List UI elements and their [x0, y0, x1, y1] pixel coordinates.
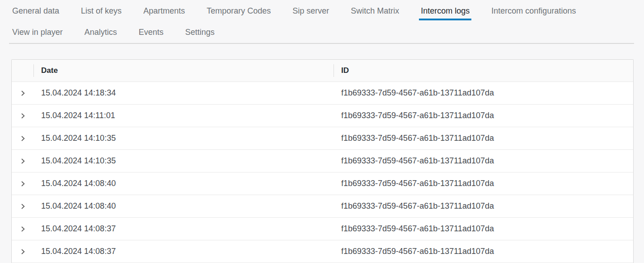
tab-settings[interactable]: Settings	[184, 22, 216, 43]
tab-sip-server[interactable]: Sip server	[291, 0, 330, 22]
expand-row-button[interactable]	[12, 217, 33, 240]
chevron-right-icon	[19, 158, 26, 165]
tab-intercom-configurations[interactable]: Intercom configurations	[490, 0, 577, 22]
tab-temporary-codes[interactable]: Temporary Codes	[206, 0, 272, 22]
log-date-cell: 15.04.2024 14:08:37	[33, 240, 334, 263]
tab-bar: General dataList of keysApartmentsTempor…	[0, 0, 644, 44]
log-date-cell: 15.04.2024 14:18:34	[33, 81, 334, 104]
log-id-cell: f1b69333-7d59-4567-a61b-13711ad107da	[334, 127, 633, 149]
log-id-cell: f1b69333-7d59-4567-a61b-13711ad107da	[334, 149, 633, 172]
tab-label: Apartments	[143, 6, 185, 16]
expand-row-button[interactable]	[12, 81, 33, 104]
tab-label: Intercom logs	[421, 6, 470, 16]
tab-label: Switch Matrix	[351, 6, 399, 16]
log-id-cell: f1b69333-7d59-4567-a61b-13711ad107da	[334, 195, 633, 217]
tab-general-data[interactable]: General data	[11, 0, 60, 22]
tab-label: Temporary Codes	[207, 6, 271, 16]
expand-column-header	[12, 60, 33, 81]
secondary-tab-bar: View in playerAnalyticsEventsSettings	[9, 22, 634, 44]
expand-row-button[interactable]	[12, 195, 33, 217]
table-row: 15.04.2024 14:08:37 f1b69333-7d59-4567-a…	[12, 240, 633, 263]
log-date-cell: 15.04.2024 14:11:01	[33, 104, 334, 127]
table-row: 15.04.2024 14:11:01 f1b69333-7d59-4567-a…	[12, 104, 633, 127]
tab-view-in-player[interactable]: View in player	[11, 22, 64, 43]
expand-row-button[interactable]	[12, 172, 33, 195]
tab-label: General data	[12, 6, 59, 16]
log-date-cell: 15.04.2024 14:10:35	[33, 127, 334, 149]
primary-tab-bar: General dataList of keysApartmentsTempor…	[0, 0, 644, 22]
table-row: 15.04.2024 14:08:37 f1b69333-7d59-4567-a…	[12, 217, 633, 240]
chevron-right-icon	[19, 225, 26, 233]
intercom-logs-table: Date ID 15.04.2024 14:18:34 f1b69333-7d5…	[11, 59, 634, 263]
tab-label: Sip server	[292, 6, 329, 16]
log-date-cell: 15.04.2024 14:10:35	[33, 149, 334, 172]
log-date-cell: 15.04.2024 14:08:37	[33, 217, 334, 240]
table-header-row: Date ID	[12, 60, 633, 81]
tab-analytics[interactable]: Analytics	[84, 22, 118, 43]
chevron-right-icon	[19, 112, 26, 120]
log-date-cell: 15.04.2024 14:08:40	[33, 195, 334, 217]
table-row: 15.04.2024 14:08:40 f1b69333-7d59-4567-a…	[12, 195, 633, 217]
tab-label: Analytics	[85, 28, 117, 37]
table-row: 15.04.2024 14:10:35 f1b69333-7d59-4567-a…	[12, 149, 633, 172]
tab-intercom-logs[interactable]: Intercom logs	[420, 0, 470, 22]
expand-row-button[interactable]	[12, 104, 33, 127]
expand-row-button[interactable]	[12, 240, 33, 263]
log-id-cell: f1b69333-7d59-4567-a61b-13711ad107da	[334, 217, 633, 240]
tab-apartments[interactable]: Apartments	[142, 0, 186, 22]
tab-label: View in player	[12, 28, 63, 37]
chevron-right-icon	[19, 90, 26, 97]
tab-switch-matrix[interactable]: Switch Matrix	[350, 0, 400, 22]
table-row: 15.04.2024 14:18:34 f1b69333-7d59-4567-a…	[12, 81, 633, 104]
chevron-right-icon	[19, 135, 26, 142]
table-row: 15.04.2024 14:08:40 f1b69333-7d59-4567-a…	[12, 172, 633, 195]
tab-events[interactable]: Events	[138, 22, 165, 43]
chevron-right-icon	[19, 203, 26, 210]
expand-row-button[interactable]	[12, 127, 33, 149]
chevron-right-icon	[19, 248, 26, 255]
column-header-date: Date	[33, 60, 334, 81]
tab-label: Settings	[185, 28, 215, 37]
log-id-cell: f1b69333-7d59-4567-a61b-13711ad107da	[334, 81, 633, 104]
column-header-id: ID	[334, 60, 633, 81]
tab-label: Events	[139, 28, 164, 37]
log-date-cell: 15.04.2024 14:08:40	[33, 172, 334, 195]
log-id-cell: f1b69333-7d59-4567-a61b-13711ad107da	[334, 172, 633, 195]
tab-list-of-keys[interactable]: List of keys	[80, 0, 122, 22]
expand-row-button[interactable]	[12, 149, 33, 172]
tab-label: Intercom configurations	[491, 6, 576, 16]
table-row: 15.04.2024 14:10:35 f1b69333-7d59-4567-a…	[12, 127, 633, 149]
chevron-right-icon	[19, 180, 26, 187]
log-id-cell: f1b69333-7d59-4567-a61b-13711ad107da	[334, 104, 633, 127]
log-id-cell: f1b69333-7d59-4567-a61b-13711ad107da	[334, 240, 633, 263]
tab-label: List of keys	[81, 6, 122, 16]
